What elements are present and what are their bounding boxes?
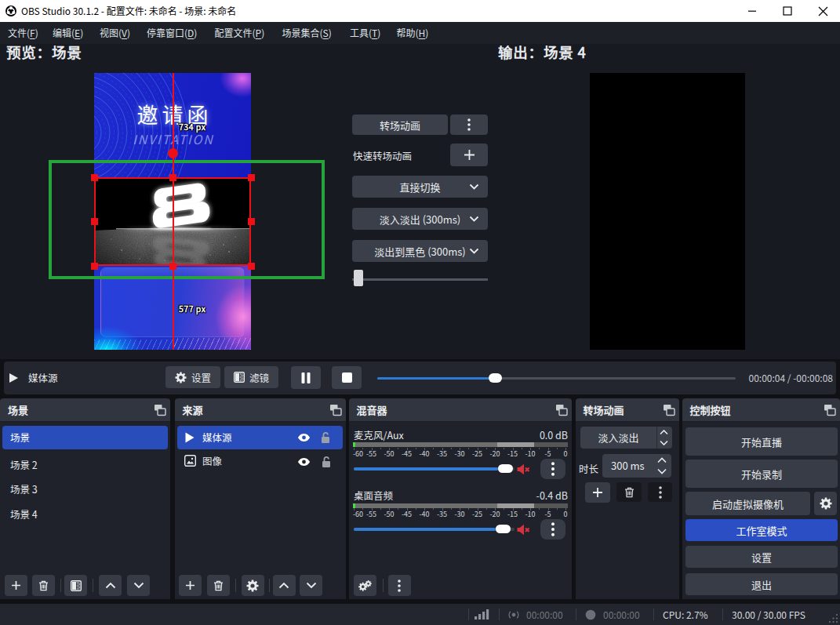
exit-button[interactable]: 退出	[685, 573, 838, 595]
media-settings-label: 设置	[191, 370, 211, 385]
menu-profile[interactable]: 配置文件(P)	[215, 22, 265, 44]
transition-select[interactable]: 淡入淡出	[580, 427, 672, 449]
eye-icon[interactable]	[297, 431, 311, 444]
menu-view[interactable]: 视图(V)	[100, 22, 130, 44]
selection-handle-ml[interactable]	[91, 218, 98, 225]
preview-canvas[interactable]: 邀请函 INVITATION	[0, 44, 840, 359]
chevron-down-icon	[469, 184, 479, 190]
mute-icon[interactable]	[517, 463, 530, 475]
transition-properties-button[interactable]	[648, 482, 672, 502]
scene-item[interactable]: 场景 3	[10, 477, 159, 501]
menu-item-label: 工具	[350, 26, 369, 39]
scene-item[interactable]: 场景 2	[10, 452, 159, 477]
studio-mode-button[interactable]: 工作室模式	[685, 519, 838, 541]
mixer-advanced-button[interactable]	[354, 575, 376, 596]
source-item[interactable]: 图像	[177, 450, 343, 474]
settings-button[interactable]: 设置	[685, 546, 838, 568]
maximize-button[interactable]	[769, 0, 805, 22]
menu-help[interactable]: 帮助(H)	[397, 22, 429, 44]
transition-bar-handle[interactable]	[354, 270, 363, 286]
selection-handle-br[interactable]	[248, 263, 255, 270]
chevron-down-icon	[469, 216, 479, 222]
meter-tick	[522, 508, 522, 510]
scene-item-selected[interactable]: 场景	[2, 426, 168, 449]
selection-handle-mr[interactable]	[248, 218, 255, 225]
controls-dock-header: 控制按钮	[682, 398, 840, 422]
volume-slider-handle[interactable]	[496, 525, 511, 533]
source-remove-button[interactable]	[207, 575, 230, 596]
rotation-handle[interactable]	[168, 148, 178, 158]
quick-transition-add-button[interactable]	[450, 144, 488, 166]
transition-bar-track[interactable]	[352, 278, 488, 281]
spin-down-icon[interactable]	[657, 468, 667, 474]
mixer-channel-menu-button[interactable]	[540, 519, 565, 540]
spin-up-icon[interactable]	[657, 457, 667, 463]
selection-handle-bc[interactable]	[169, 263, 176, 270]
resize-grip[interactable]	[828, 613, 838, 623]
quick-transition-3[interactable]: 淡出到黑色 (300ms)	[352, 240, 488, 262]
popout-icon[interactable]	[154, 404, 166, 416]
selection-handle-tr[interactable]	[248, 174, 255, 181]
start-streaming-button[interactable]: 开始直播	[685, 427, 838, 456]
lock-icon[interactable]	[321, 456, 332, 468]
mixer-menu-button[interactable]	[388, 575, 411, 596]
source-add-button[interactable]	[179, 575, 202, 596]
meter-tick	[468, 448, 469, 449]
media-source-name: 媒体源	[28, 369, 58, 387]
menu-edit[interactable]: 编辑(E)	[53, 22, 83, 44]
source-up-button[interactable]	[273, 575, 296, 596]
transitions-menu-button[interactable]	[450, 114, 488, 135]
transitions-button[interactable]: 转场动画	[352, 114, 448, 135]
menu-scene-collection[interactable]: 场景集合(S)	[282, 22, 332, 44]
scene-remove-button[interactable]	[32, 575, 55, 596]
quick-transition-2[interactable]: 淡入淡出 (300ms)	[352, 208, 488, 230]
transition-remove-button[interactable]	[616, 482, 642, 502]
mute-icon[interactable]	[517, 524, 530, 536]
transition-select-value: 淡入淡出	[580, 427, 656, 449]
mixer-channel-menu-button[interactable]	[540, 459, 565, 479]
start-recording-button[interactable]: 开始录制	[685, 460, 838, 488]
meter-tick	[486, 448, 487, 449]
media-pause-button[interactable]	[291, 366, 321, 389]
popout-icon[interactable]	[663, 404, 675, 416]
source-item-selected[interactable]: 媒体源	[177, 426, 343, 449]
source-down-button[interactable]	[300, 575, 322, 596]
meter-scale-label: -20	[489, 511, 500, 518]
scene-item[interactable]: 场景 4	[10, 502, 159, 526]
media-filters-button[interactable]: 滤镜	[224, 366, 278, 388]
kebab-icon	[467, 118, 471, 131]
volume-slider-handle[interactable]	[498, 464, 513, 473]
meter-scale-label: -60	[353, 511, 363, 518]
duration-spinbox[interactable]: 300 ms	[602, 454, 671, 478]
menu-file[interactable]: 文件(F)	[8, 22, 38, 44]
scene-filters-button[interactable]	[64, 575, 87, 596]
minimize-button[interactable]	[734, 0, 769, 22]
popout-icon[interactable]	[824, 404, 836, 416]
media-play-icon[interactable]	[9, 372, 19, 383]
menu-tools[interactable]: 工具(T)	[350, 22, 380, 44]
selection-handle-tc[interactable]	[169, 174, 176, 181]
transition-add-button[interactable]	[585, 482, 610, 503]
sources-dock-title: 来源	[183, 398, 203, 421]
virtual-camera-settings-button[interactable]	[814, 492, 837, 515]
media-stop-button[interactable]	[332, 366, 362, 389]
start-virtual-camera-button[interactable]: 启动虚拟摄像机	[685, 492, 810, 515]
distance-label-bottom: 577 px	[179, 304, 205, 313]
eye-icon[interactable]	[297, 456, 311, 468]
scene-up-button[interactable]	[99, 575, 122, 596]
selection-handle-tl[interactable]	[91, 174, 98, 181]
poster-stripes-right	[173, 338, 251, 350]
popout-icon[interactable]	[555, 404, 568, 416]
media-settings-button[interactable]: 设置	[165, 366, 220, 388]
title-bar: OBS Studio 30.1.2 - 配置文件: 未命名 - 场景: 未命名	[0, 0, 840, 22]
source-properties-button[interactable]	[242, 575, 264, 596]
scene-down-button[interactable]	[127, 575, 150, 596]
selection-handle-bl[interactable]	[91, 263, 98, 270]
scene-add-button[interactable]	[5, 575, 27, 596]
close-button[interactable]	[805, 0, 840, 22]
menu-docks[interactable]: 停靠窗口(D)	[147, 22, 197, 44]
lock-icon[interactable]	[320, 431, 331, 444]
popout-icon[interactable]	[329, 404, 342, 416]
quick-transition-1[interactable]: 直接切换	[352, 176, 488, 198]
media-seek-handle[interactable]	[489, 373, 502, 383]
